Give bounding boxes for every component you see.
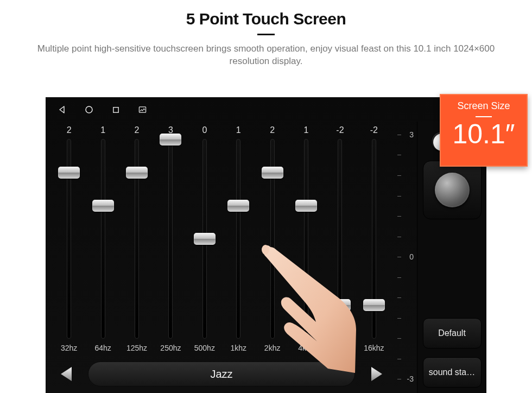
eq-band-125hz: 2125hz [121,124,153,355]
eq-band-1khz: 11khz [223,124,254,355]
eq-slider-thumb[interactable] [363,299,385,311]
eq-slider[interactable] [223,137,254,341]
preset-name[interactable]: Jazz [88,362,355,386]
eq-band-freq: 500hz [194,341,215,355]
eq-slider-thumb[interactable] [160,134,181,145]
scale-label: 3 [409,130,414,139]
eq-slider[interactable] [53,137,85,341]
eq-band-value: 2 [67,124,72,137]
default-button[interactable]: Default [423,318,482,348]
eq-band-value: -2 [336,124,344,137]
badge-rule [476,116,492,117]
scale-label: 0 [409,252,414,261]
eq-band-freq: 125hz [126,341,147,355]
recents-square-icon[interactable] [112,106,120,114]
eq-band-16khz: -216khz [358,124,390,355]
badge-value: 10.1″ [444,121,523,148]
eq-band-value: -2 [370,124,378,137]
gallery-icon[interactable] [138,106,147,113]
eq-slider-thumb[interactable] [58,167,80,179]
eq-band-64hz: 164hz [87,124,118,355]
balance-dial[interactable] [423,161,482,219]
eq-band-freq: 64hz [94,341,111,355]
svg-point-0 [86,106,92,113]
eq-band-freq: 16khz [364,341,384,355]
preset-prev-button[interactable] [55,363,78,385]
eq-slider[interactable] [155,137,186,341]
eq-scale: 30-3 [395,122,417,393]
scale-label: -3 [407,375,414,383]
eq-band-freq: 32hz [61,341,77,355]
page-subtitle: Multiple point high-sensitive touchscree… [27,43,505,68]
eq-band-value: 2 [135,124,140,137]
eq-band-value: 2 [270,124,275,137]
eq-band-8khz: -28khz [324,124,356,355]
eq-band-freq: 4khz [298,341,314,355]
eq-slider[interactable] [189,137,220,341]
eq-band-freq: 1khz [230,341,246,355]
eq-slider-thumb[interactable] [262,167,283,179]
eq-slider[interactable] [121,137,153,341]
eq-band-500hz: 0500hz [189,124,220,355]
android-status-bar [46,98,486,122]
eq-band-2khz: 22khz [256,124,288,355]
page-title: 5 Point Touch Screen [0,10,532,28]
eq-slider-thumb[interactable] [126,167,148,179]
eq-slider[interactable] [256,137,288,341]
eq-band-value: 0 [202,124,207,137]
eq-band-32hz: 232hz [53,124,85,355]
eq-band-value: 1 [236,124,241,137]
sound-stage-button[interactable]: sound sta… [423,357,482,388]
eq-band-4khz: 14khz [290,124,322,355]
eq-band-value: 1 [304,124,309,137]
eq-slider[interactable] [358,137,390,341]
back-triangle-icon[interactable] [58,105,66,114]
eq-slider[interactable] [290,137,322,341]
title-underline [257,34,275,35]
eq-slider[interactable] [87,137,118,341]
eq-band-value: 1 [100,124,105,137]
svg-marker-4 [61,367,72,381]
eq-slider-thumb[interactable] [295,200,317,212]
badge-label: Screen Size [444,100,523,112]
promo-header: 5 Point Touch Screen Multiple point high… [0,0,532,68]
eq-slider-thumb[interactable] [227,200,249,212]
eq-slider[interactable] [324,137,356,341]
screen-size-badge: Screen Size 10.1″ [440,94,528,167]
svg-rect-1 [113,107,118,112]
home-circle-icon[interactable] [85,105,93,114]
device-screen: 232hz164hz2125hz3250hz0500hz11khz22khz14… [46,97,486,393]
eq-slider-thumb[interactable] [194,233,216,245]
eq-slider-thumb[interactable] [92,200,114,212]
dial-knob [435,173,470,207]
svg-marker-5 [371,367,382,381]
eq-band-250hz: 3250hz [155,124,186,355]
preset-next-button[interactable] [365,363,388,385]
eq-band-freq: 250hz [160,341,181,355]
equalizer-panel: 232hz164hz2125hz3250hz0500hz11khz22khz14… [46,122,395,393]
eq-band-freq: 8khz [332,341,349,355]
eq-slider-thumb[interactable] [329,299,351,311]
eq-band-freq: 2khz [264,341,281,355]
